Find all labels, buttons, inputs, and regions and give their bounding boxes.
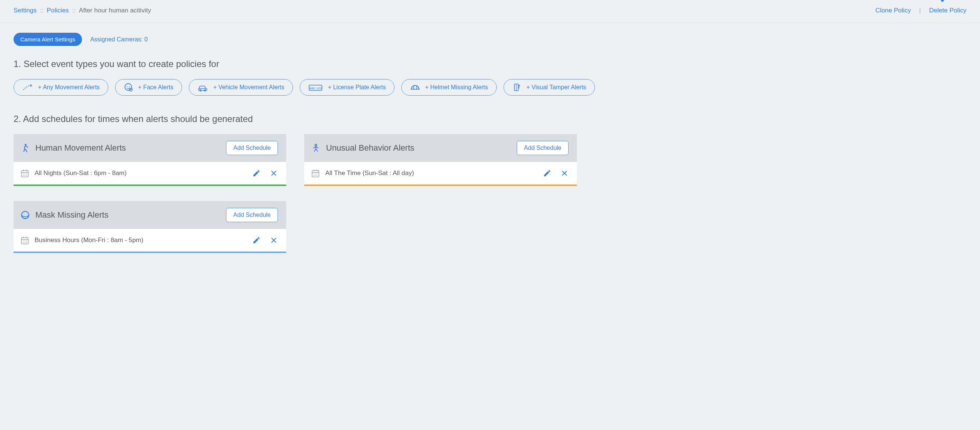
add-schedule-button[interactable]: Add Schedule (226, 208, 278, 222)
edit-icon[interactable] (252, 236, 261, 245)
breadcrumb-current: After hour human acitivity (79, 7, 151, 14)
schedule-cards: Human Movement Alerts Add Schedule All N… (14, 134, 966, 253)
helmet-icon (410, 83, 420, 91)
row-actions (543, 169, 569, 177)
chip-label: + Helmet Missing Alerts (425, 84, 488, 91)
schedule-row: All The Time (Sun-Sat : All day) (304, 162, 577, 184)
schedule-row: All Nights (Sun-Sat : 6pm - 8am) (14, 162, 286, 184)
section-1-title: 1. Select event types you want to create… (14, 59, 966, 69)
chip-label: + Vehicle Movement Alerts (213, 84, 284, 91)
chip-label: + Visual Tamper Alerts (527, 84, 586, 91)
walk-icon (20, 143, 30, 153)
edit-icon[interactable] (543, 169, 551, 177)
dropdown-caret-icon (939, 0, 946, 2)
schedule-text: All Nights (Sun-Sat : 6pm - 8am) (35, 169, 127, 177)
tabs: Camera Alert Settings Assigned Cameras: … (14, 33, 966, 46)
calendar-icon (20, 169, 29, 178)
edit-icon[interactable] (252, 169, 261, 177)
calendar-icon (311, 169, 320, 178)
movement-dots-icon (22, 83, 33, 92)
chip-any-movement[interactable]: + Any Movement Alerts (14, 79, 108, 96)
chip-label: + License Plate Alerts (328, 84, 386, 91)
breadcrumb-sep: :: (72, 7, 78, 14)
schedule-text: Business Hours (Mon-Fri : 8am - 5pm) (35, 237, 143, 244)
card-title: Mask Missing Alerts (20, 210, 108, 220)
vehicle-icon (197, 83, 209, 92)
breadcrumb: Settings :: Policies :: After hour human… (14, 7, 151, 14)
card-header: Unusual Behavior Alerts Add Schedule (304, 134, 577, 162)
card-header: Mask Missing Alerts Add Schedule (14, 201, 286, 229)
face-icon (124, 83, 134, 92)
schedule-info: Business Hours (Mon-Fri : 8am - 5pm) (20, 236, 143, 245)
chip-label: + Face Alerts (138, 84, 173, 91)
card-human-movement: Human Movement Alerts Add Schedule All N… (14, 134, 286, 186)
clone-policy-link[interactable]: Clone Policy (875, 7, 911, 14)
event-type-chips: + Any Movement Alerts + Face Alerts + Ve… (14, 79, 966, 96)
divider: | (919, 7, 921, 14)
chip-tamper[interactable]: + Visual Tamper Alerts (504, 79, 595, 96)
card-accent-bar (304, 184, 577, 186)
add-schedule-button[interactable]: Add Schedule (517, 141, 569, 155)
card-title: Human Movement Alerts (20, 143, 126, 153)
row-actions (252, 169, 278, 177)
close-icon[interactable] (270, 236, 278, 245)
license-plate-icon (309, 83, 323, 92)
card-title: Unusual Behavior Alerts (311, 143, 414, 153)
section-2-title: 2. Add schedules for times when alerts s… (14, 114, 966, 124)
breadcrumb-policies[interactable]: Policies (47, 7, 69, 14)
card-title-text: Unusual Behavior Alerts (326, 143, 414, 153)
schedule-info: All The Time (Sun-Sat : All day) (311, 169, 414, 178)
close-icon[interactable] (270, 169, 278, 177)
tab-camera-alert-settings[interactable]: Camera Alert Settings (14, 33, 82, 46)
mask-icon (20, 210, 30, 220)
card-accent-bar (14, 184, 286, 186)
card-mask-missing: Mask Missing Alerts Add Schedule Busines… (14, 201, 286, 253)
card-unusual-behavior: Unusual Behavior Alerts Add Schedule All… (304, 134, 577, 186)
unusual-behavior-icon (311, 143, 321, 153)
card-title-text: Mask Missing Alerts (35, 210, 108, 220)
page-body: Camera Alert Settings Assigned Cameras: … (0, 23, 980, 276)
card-accent-bar (14, 251, 286, 253)
row-actions (252, 236, 278, 245)
breadcrumb-sep: :: (40, 7, 45, 14)
schedule-text: All The Time (Sun-Sat : All day) (325, 169, 414, 177)
calendar-icon (20, 236, 29, 245)
card-header: Human Movement Alerts Add Schedule (14, 134, 286, 162)
delete-policy-link[interactable]: Delete Policy (929, 7, 966, 14)
chip-license-plate[interactable]: + License Plate Alerts (300, 79, 395, 96)
tamper-icon (512, 83, 522, 92)
close-icon[interactable] (560, 169, 569, 177)
schedule-info: All Nights (Sun-Sat : 6pm - 8am) (20, 169, 127, 178)
add-schedule-button[interactable]: Add Schedule (226, 141, 278, 155)
top-actions: Clone Policy | Delete Policy (875, 7, 966, 14)
tab-assigned-cameras[interactable]: Assigned Cameras: 0 (90, 36, 148, 43)
chip-label: + Any Movement Alerts (38, 84, 100, 91)
chip-vehicle[interactable]: + Vehicle Movement Alerts (189, 79, 293, 96)
chip-helmet[interactable]: + Helmet Missing Alerts (401, 79, 497, 96)
schedule-row: Business Hours (Mon-Fri : 8am - 5pm) (14, 229, 286, 251)
chip-face[interactable]: + Face Alerts (115, 79, 182, 96)
topbar: Settings :: Policies :: After hour human… (0, 0, 980, 23)
card-title-text: Human Movement Alerts (35, 143, 126, 153)
breadcrumb-settings[interactable]: Settings (14, 7, 37, 14)
